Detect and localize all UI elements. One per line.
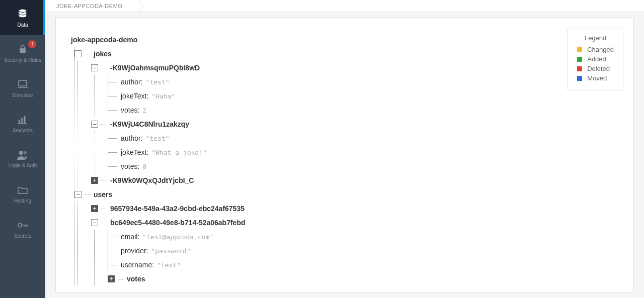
tree-leaf-value: "test" [146,78,170,86]
tree-leaf-key: author: [121,134,143,142]
svg-rect-5 [21,118,23,123]
sidebar-item-security[interactable]: ! Security & Rules [0,35,45,70]
sidebar: Data ! Security & Rules Simulator Analyt… [0,0,45,298]
tree-node-joke: + -K9Wk0WQxQJdtYjcbI_C [91,173,618,187]
tree-leaf[interactable]: author: "test" [108,131,618,145]
collapse-toggle[interactable]: − [91,121,98,128]
sidebar-item-label: Login & Auth [9,163,37,168]
expand-toggle[interactable]: + [108,275,115,282]
tree-node-joke: − -K9WjU4C8Nlru1zakzqy autho [91,117,618,173]
breadcrumb-item[interactable]: JOKE-APPCODA-DEMO [56,3,134,9]
tree-leaf-value: 2 [142,107,146,114]
tree-leaf-key: email: [121,233,139,241]
tree-node-key[interactable]: joke-appcoda-demo [71,36,137,44]
tree-node-key[interactable]: 9657934e-549a-43a2-9cbd-ebc24af67535 [110,205,245,213]
tree-node-key[interactable]: -K9WjU4C8Nlru1zakzqy [110,120,189,128]
tree-leaf-value: "password" [151,247,190,255]
svg-point-8 [19,151,23,155]
svg-rect-4 [19,120,20,123]
sidebar-item-hosting[interactable]: Hosting [0,176,45,211]
tree-root: joke-appcoda-demo − jokes [71,33,618,286]
lock-icon [18,43,28,55]
collapse-toggle[interactable]: − [91,219,98,226]
sidebar-item-login-auth[interactable]: Login & Auth [0,141,45,176]
key-icon [17,219,28,231]
tree-leaf-value: "test" [157,261,181,269]
tree-leaf[interactable]: username: "test" [108,258,618,272]
tree-node-jokes: − jokes − -K9Wj [74,47,618,187]
sidebar-item-label: Secrets [14,233,31,239]
expand-toggle[interactable]: + [91,177,98,184]
sidebar-item-label: Data [17,22,28,28]
tree-leaf-value: "Haha" [151,92,175,100]
tree-node-joke: − -K9WjOahmsqmuPQbl8wD autho [91,61,618,117]
tree-leaf[interactable]: author: "test" [108,75,618,89]
tree-leaf-value: "test@appcoda.com" [142,233,213,241]
tree-leaf-key: author: [121,78,143,86]
tree-leaf-key: provider: [121,247,148,255]
collapse-toggle[interactable]: − [91,64,98,71]
expand-toggle[interactable]: + [91,205,98,212]
folder-icon [17,184,28,196]
data-tree: joke-appcoda-demo − jokes [71,33,618,286]
users-icon [17,149,29,161]
tree-node-users: − users + 96579 [74,187,618,286]
tree-leaf[interactable]: provider: "password" [108,244,618,258]
collapse-toggle[interactable]: − [74,191,82,198]
sidebar-item-label: Hosting [14,198,31,204]
tree-leaf-value: "What a joke!" [151,149,207,156]
analytics-icon [17,114,28,126]
tree-leaf-value: 0 [142,163,146,170]
tree-node-key[interactable]: -K9Wk0WQxQJdtYjcbI_C [110,176,194,184]
tree-leaf-key: jokeText: [121,148,148,156]
data-panel: Legend Changed Added Deleted Moved joke-… [55,17,634,293]
sidebar-item-secrets[interactable]: Secrets [0,211,45,246]
tree-node-user: − bc649ec5-4480-49e8-b714-52a06ab7febd [91,216,618,286]
alert-badge: ! [28,40,36,48]
sidebar-item-data[interactable]: Data [0,0,45,35]
sidebar-item-label: Analytics [13,128,33,133]
main-area: JOKE-APPCODA-DEMO Legend Changed Added D… [45,0,644,298]
tree-node-key[interactable]: jokes [94,50,112,58]
tree-node-key[interactable]: users [94,190,112,198]
svg-rect-6 [24,116,26,123]
svg-point-9 [24,151,27,154]
tree-leaf-key: votes: [121,106,139,114]
sidebar-item-label: Simulator [12,92,33,98]
svg-point-10 [18,223,22,227]
tree-node-user: + 9657934e-549a-43a2-9cbd-ebc24af67535 [91,202,618,216]
collapse-toggle[interactable]: − [74,50,82,57]
tree-node-key[interactable]: votes [127,275,145,283]
tree-node-key[interactable]: -K9WjOahmsqmuPQbl8wD [110,64,200,72]
database-icon [17,8,28,20]
tree-node-votes: + votes [108,272,618,286]
sidebar-item-label: Security & Rules [4,57,41,63]
tree-leaf-value: "test" [146,135,170,142]
tree-leaf[interactable]: jokeText: "What a joke!" [108,145,618,159]
laptop-icon [17,78,29,90]
sidebar-item-simulator[interactable]: Simulator [0,70,45,106]
tree-leaf[interactable]: jokeText: "Haha" [108,89,618,103]
tree-leaf[interactable]: votes: 0 [108,159,618,173]
sidebar-item-analytics[interactable]: Analytics [0,106,45,141]
breadcrumb-separator-icon [138,0,144,12]
breadcrumb: JOKE-APPCODA-DEMO [45,0,644,12]
tree-leaf-key: votes: [121,162,139,170]
tree-leaf[interactable]: votes: 2 [108,103,618,117]
tree-node-key[interactable]: bc649ec5-4480-49e8-b714-52a06ab7febd [110,219,246,227]
svg-rect-3 [19,80,27,86]
tree-leaf-key: jokeText: [121,92,148,100]
tree-leaf[interactable]: email: "test@appcoda.com" [108,230,618,244]
tree-leaf-key: username: [121,261,154,269]
svg-rect-7 [18,123,27,124]
